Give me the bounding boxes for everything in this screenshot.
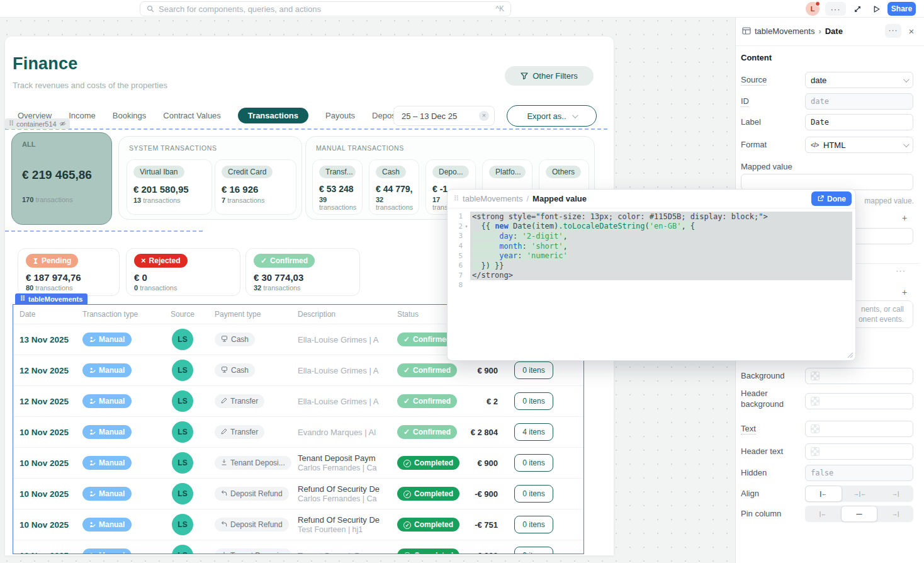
container-tag[interactable]: ⠿ container514 — [5, 118, 70, 129]
status-card-confirmed[interactable]: ✓ Confirmed € 30 774,03 32 transactions — [245, 248, 360, 296]
close-icon[interactable]: × — [905, 26, 918, 37]
col-header-description[interactable]: Description — [290, 310, 396, 319]
code-line: 2▾ {{ new Date(item).toLocaleDateString(… — [448, 222, 855, 232]
label-field[interactable]: Date — [805, 114, 913, 130]
cell-amount: -€ 751 — [458, 520, 498, 530]
breadcrumb-field: Date — [825, 26, 843, 36]
table-row[interactable]: 10 Nov 2025 Manual LS Deposit Refund Ref… — [13, 478, 583, 509]
pin-left-button[interactable]: |← — [805, 506, 841, 522]
cell-date: 12 Nov 2025 — [20, 366, 82, 375]
manual-type-badge: Manual — [82, 363, 132, 377]
avatar[interactable]: L — [806, 2, 820, 16]
drag-handle-icon[interactable]: ⠿ — [454, 195, 459, 203]
description-line1: Evandro Marques | Al — [298, 428, 396, 437]
source-avatar: LS — [172, 452, 193, 474]
status-badge: ✓Completed — [397, 518, 459, 532]
mapped-value-hint: mapped value. — [864, 196, 914, 205]
drag-handle-icon: ⠿ — [20, 295, 25, 303]
pin-right-button[interactable]: →| — [877, 506, 913, 522]
payment-type-badge: Deposit Refund — [215, 487, 289, 501]
header-text-color-input[interactable] — [805, 443, 913, 460]
items-button[interactable]: 0 itens — [514, 547, 553, 554]
summary-card-transfer[interactable]: Transf... € 53 248 39 transactions — [312, 159, 363, 215]
expand-icon[interactable] — [849, 2, 865, 16]
payment-type-badge: Cash — [215, 363, 255, 377]
align-right-button[interactable]: →| — [877, 486, 913, 502]
text-color-input[interactable] — [805, 421, 913, 437]
container-selection-outline-bottom — [5, 230, 203, 232]
table-row[interactable]: 12 Nov 2025 Manual LS Transfer Ella-Loui… — [13, 385, 583, 416]
col-header-payment-type[interactable]: Payment type — [202, 310, 290, 319]
breadcrumb-component[interactable]: tableMovements — [755, 26, 814, 36]
pen-icon — [89, 552, 96, 554]
tab-contract-values[interactable]: Contract Values — [163, 111, 221, 120]
inspector-more-button[interactable]: ··· — [885, 24, 901, 38]
tab-bookings[interactable]: Bookings — [113, 111, 146, 120]
system-transactions-group: SYSTEM TRANSACTIONS Virtual Iban € 201 5… — [118, 136, 302, 220]
top-toolbar: ^K L ··· Share — [0, 0, 924, 18]
col-header-source[interactable]: Source — [171, 310, 194, 319]
other-filters-button[interactable]: Other Filters — [505, 66, 594, 86]
summary-card-credit-card[interactable]: Credit Card € 16 926 7 transactions — [215, 159, 296, 215]
align-left-button[interactable]: |← — [805, 486, 842, 502]
code-editor[interactable]: 1<strong style="font-size: 13px; color: … — [448, 208, 855, 290]
table-icon — [742, 27, 751, 35]
status-card-pending[interactable]: Pending € 187 974,76 80 transactions — [18, 248, 120, 296]
pin-none-button[interactable]: — — [841, 506, 878, 522]
resize-handle-icon[interactable] — [847, 352, 854, 358]
summary-card-all[interactable]: ALL € 219 465,86 170 transactions — [11, 132, 112, 225]
tab-income[interactable]: Income — [69, 111, 96, 120]
table-component-tag[interactable]: ⠿ tableMovements — [15, 293, 87, 304]
items-button[interactable]: 4 itens — [514, 423, 553, 441]
items-button[interactable]: 0 itens — [514, 454, 553, 472]
header-background-color-input[interactable] — [805, 393, 913, 409]
items-button[interactable]: 0 itens — [514, 361, 553, 379]
table-row[interactable]: 10 Nov 2025 Manual LS Tenant Deposi... T… — [13, 447, 583, 478]
tab-transactions[interactable]: Transactions — [238, 108, 308, 123]
align-center-button[interactable]: →|← — [842, 486, 878, 502]
col-header-date[interactable]: Date — [20, 310, 82, 319]
status-badge: ✓Confirmed — [397, 425, 457, 439]
cell-date: 13 Nov 2025 — [20, 335, 82, 344]
global-search[interactable]: ^K — [140, 1, 511, 16]
code-line: 6 }) }} — [448, 261, 855, 271]
status-badge: ✓Completed — [397, 456, 459, 470]
table-row[interactable]: 10 Nov 2025 Manual LS Deposit Refund Ref… — [13, 509, 583, 540]
format-select[interactable]: </>HTML — [805, 137, 913, 153]
items-button[interactable]: 0 itens — [514, 516, 553, 533]
export-as-button[interactable]: Export as.. — [507, 105, 597, 127]
hidden-field[interactable]: false — [805, 465, 913, 481]
more-options-button[interactable]: ··· — [825, 2, 846, 16]
text-label: Text — [741, 424, 756, 433]
background-color-input[interactable] — [805, 368, 913, 384]
cell-amount: € 900 — [458, 458, 498, 468]
add-event-icon[interactable]: + — [898, 287, 911, 297]
preview-play-button[interactable] — [868, 2, 884, 16]
tab-payouts[interactable]: Payouts — [325, 111, 355, 120]
search-shortcut: ^K — [495, 4, 504, 13]
search-input[interactable] — [159, 4, 491, 14]
pen-icon — [89, 460, 96, 466]
description-line2: Carlos Fernandes | Ca — [298, 463, 396, 472]
items-button[interactable]: 0 itens — [514, 392, 553, 410]
description-line1: Ella-Louise Grimes | A — [298, 397, 396, 406]
all-amount: € 219 465,86 — [22, 168, 101, 182]
mapped-value-input[interactable] — [741, 174, 913, 190]
date-range-input[interactable]: 25 – 13 Dec 25 × — [393, 106, 495, 126]
pen-icon — [89, 336, 96, 343]
clear-date-icon[interactable]: × — [479, 111, 489, 121]
status-card-rejected[interactable]: × Rejected € 0 0 transactions — [126, 248, 240, 296]
cell-amount: € 2 — [458, 397, 498, 406]
done-button[interactable]: Done — [811, 191, 852, 206]
add-icon[interactable]: + — [898, 213, 911, 223]
table-row[interactable]: 10 Nov 2025 Manual LS Transfer Evandro M… — [13, 416, 583, 447]
col-header-transaction-type[interactable]: Transaction type — [82, 310, 163, 319]
table-row[interactable]: 10 Nov 2025 Manual LS Tenant Deposi... T… — [13, 540, 583, 554]
section-more-icon[interactable]: ··· — [896, 266, 906, 275]
source-select[interactable]: date — [805, 72, 913, 88]
share-button[interactable]: Share — [887, 2, 916, 16]
summary-card-cash[interactable]: Cash € 44 779, 32 transactions — [369, 159, 419, 215]
items-button[interactable]: 0 itens — [514, 485, 553, 503]
manual-type-badge: Manual — [82, 333, 132, 346]
summary-card-virtual-iban[interactable]: Virtual Iban € 201 580,95 13 transaction… — [127, 159, 212, 215]
